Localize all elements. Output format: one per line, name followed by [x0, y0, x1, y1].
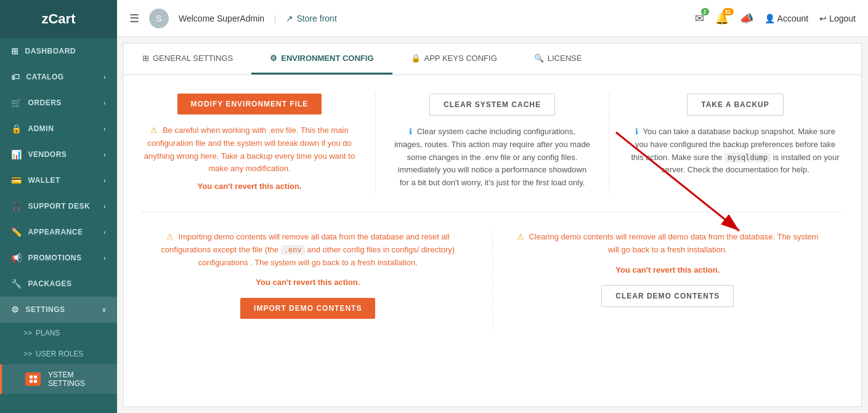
megaphone-icon: 📣	[740, 12, 753, 25]
panel: MODIFY ENVIRONMENT FILE ⚠ Be careful whe…	[124, 75, 861, 406]
settings-icon: ⚙	[11, 305, 20, 315]
clear-cache-button[interactable]: CLEAR SYSTEM CACHE	[429, 94, 555, 116]
promotions-icon: 📢	[11, 253, 22, 263]
env-code: .env	[281, 245, 305, 255]
svg-rect-2	[30, 380, 33, 383]
chevron-right-icon: ‹	[103, 126, 106, 132]
email-badge: 2	[701, 8, 709, 15]
sidebar-item-orders[interactable]: 🛒 ORDERS ‹	[0, 90, 117, 116]
svg-rect-3	[34, 380, 37, 383]
sidebar-item-label: SETTINGS	[26, 305, 65, 314]
sidebar-item-label: VENDORS	[28, 150, 67, 159]
sidebar-item-admin[interactable]: 🔒 ADMIN ‹	[0, 116, 117, 142]
main-area: ☰ S Welcome SuperAdmin | ↗ Store front ✉…	[117, 0, 868, 413]
sidebar-item-dashboard[interactable]: ⊞ DASHBOARD	[0, 38, 117, 64]
sidebar-item-support[interactable]: 🎧 SUPPORT DESK ‹	[0, 193, 117, 219]
sidebar-item-label: PROMOTIONS	[28, 254, 82, 262]
modify-env-column: MODIFY ENVIRONMENT FILE ⚠ Be careful whe…	[142, 94, 376, 193]
clear-demo-button[interactable]: CLEAR DEMO CONTENTS	[601, 285, 734, 307]
user-icon: 👤	[765, 14, 775, 23]
mysqldump-code: mysqldump	[724, 153, 771, 162]
sidebar-item-label: CATALOG	[26, 73, 64, 81]
sidebar-item-label: APPEARANCE	[28, 228, 83, 236]
email-icon-button[interactable]: ✉ 2	[695, 12, 704, 25]
sidebar: zCart ⊞ DASHBOARD 🏷 CATALOG ‹ 🛒 ORDERS ‹…	[0, 0, 117, 413]
sidebar-item-vendors[interactable]: 📊 VENDORS ‹	[0, 142, 117, 167]
svg-rect-1	[34, 375, 37, 379]
top-section: MODIFY ENVIRONMENT FILE ⚠ Be careful whe…	[142, 94, 843, 212]
sidebar-item-label: ORDERS	[28, 98, 62, 107]
chevron-right-icon: ‹	[103, 203, 106, 210]
tab-general-settings[interactable]: ⊞ GENERAL SETTINGS	[124, 44, 251, 74]
admin-icon: 🔒	[11, 124, 22, 134]
sidebar-item-catalog[interactable]: 🏷 CATALOG ‹	[0, 64, 117, 90]
sidebar-subitem-label: USER ROLES	[36, 350, 83, 358]
sidebar-logo: zCart	[0, 0, 117, 38]
warning-icon: ⚠	[150, 126, 158, 135]
sidebar-subitem-system-settings[interactable]: YSTEM SETTINGS	[0, 364, 117, 394]
lock-icon: 🔒	[411, 54, 421, 63]
sidebar-item-label: PACKAGES	[28, 279, 72, 288]
chevron-right-icon: ‹	[103, 74, 106, 81]
packages-icon: 🔧	[11, 279, 22, 289]
chevron-right-icon: ‹	[103, 151, 106, 158]
import-demo-button[interactable]: IMPORT DEMO CONTENTS	[240, 298, 375, 319]
backup-text: ℹ You can take a database backup snapsho…	[628, 126, 843, 177]
wallet-icon: 💳	[11, 175, 22, 185]
chevron-right-icon: ‹	[103, 255, 106, 262]
system-settings-icon	[28, 374, 38, 384]
orders-icon: 🛒	[11, 98, 22, 108]
sidebar-item-promotions[interactable]: 📢 PROMOTIONS ‹	[0, 245, 117, 271]
svg-rect-0	[30, 375, 33, 379]
sidebar-item-label: WALLET	[28, 176, 60, 185]
clear-demo-text: ⚠ Clearing demo contents will remove all…	[511, 231, 825, 257]
user-roles-prefix: >>	[23, 350, 32, 358]
sidebar-subitem-user-roles[interactable]: >> USER ROLES	[0, 343, 117, 364]
settings-icon: ⊞	[142, 54, 149, 63]
chevron-down-icon: ∨	[102, 307, 107, 313]
sidebar-item-settings[interactable]: ⚙ SETTINGS ∨	[0, 297, 117, 323]
storefront-link[interactable]: ↗ Store front	[286, 14, 336, 23]
modify-env-no-revert: You can't revert this action.	[198, 180, 302, 193]
menu-toggle-icon[interactable]: ☰	[129, 12, 139, 25]
appearance-icon: ✏️	[11, 227, 22, 237]
import-demo-no-revert: You can't revert this action.	[256, 276, 360, 289]
sidebar-item-packages[interactable]: 🔧 PACKAGES	[0, 271, 117, 297]
chevron-right-icon: ‹	[103, 229, 106, 236]
notifications-icon-button[interactable]: 🔔 31	[715, 12, 729, 25]
import-demo-text: ⚠ Importing demo contents will remove al…	[142, 231, 474, 269]
announcements-icon-button[interactable]: 📣	[740, 12, 753, 25]
welcome-text: Welcome SuperAdmin	[179, 14, 264, 23]
bottom-section: ⚠ Importing demo contents will remove al…	[142, 231, 843, 329]
storefront-icon: ↗	[286, 14, 293, 23]
bell-badge: 31	[723, 8, 734, 15]
catalog-icon: 🏷	[11, 72, 20, 82]
support-icon: 🎧	[11, 201, 22, 211]
gear-icon: ⚙	[270, 54, 277, 63]
sidebar-subitem-label: YSTEM SETTINGS	[48, 371, 106, 388]
modify-env-button[interactable]: MODIFY ENVIRONMENT FILE	[177, 94, 322, 114]
clear-cache-column: CLEAR SYSTEM CACHE ℹ Clear system cache …	[376, 94, 609, 193]
divider: |	[274, 14, 276, 23]
account-link[interactable]: 👤 Account	[765, 14, 809, 23]
dashboard-icon: ⊞	[11, 46, 19, 56]
search-icon: 🔍	[534, 54, 544, 63]
clear-cache-text: ℹ Clear system cache including configura…	[394, 126, 590, 190]
sidebar-subitem-plans[interactable]: >> PLANS	[0, 323, 117, 343]
logout-icon: ↩	[819, 14, 827, 23]
sidebar-item-label: SUPPORT DESK	[28, 202, 91, 211]
vendors-icon: 📊	[11, 150, 22, 159]
sidebar-subitem-label: PLANS	[36, 329, 60, 337]
logout-link[interactable]: ↩ Logout	[819, 14, 856, 23]
tab-license[interactable]: 🔍 LICENSE	[516, 44, 601, 74]
backup-column: TAKE A BACKUP ℹ You can take a database …	[609, 94, 843, 193]
sidebar-item-wallet[interactable]: 💳 WALLET ‹	[0, 167, 117, 193]
tab-app-keys-config[interactable]: 🔒 APP KEYS CONFIG	[392, 44, 516, 74]
info-icon: ℹ	[409, 127, 412, 136]
tabs-bar: ⊞ GENERAL SETTINGS ⚙ ENVIRONMENT CONFIG …	[124, 44, 861, 75]
sidebar-item-label: DASHBOARD	[25, 47, 76, 55]
chevron-right-icon: ‹	[103, 100, 106, 106]
take-backup-button[interactable]: TAKE A BACKUP	[687, 94, 784, 116]
sidebar-item-appearance[interactable]: ✏️ APPEARANCE ‹	[0, 219, 117, 245]
tab-environment-config[interactable]: ⚙ ENVIRONMENT CONFIG	[251, 44, 392, 74]
